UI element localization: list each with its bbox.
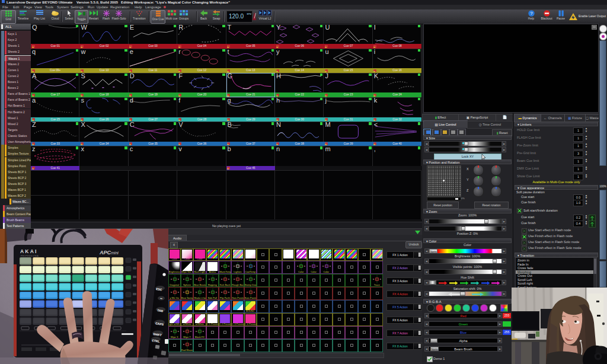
svg-text:PROFESSIONAL: PROFESSIONAL (21, 255, 40, 257)
svg-text:APCmini: APCmini (99, 250, 119, 256)
svg-text:?: ? (530, 11, 533, 16)
svg-text:AKAI: AKAI (20, 248, 38, 254)
